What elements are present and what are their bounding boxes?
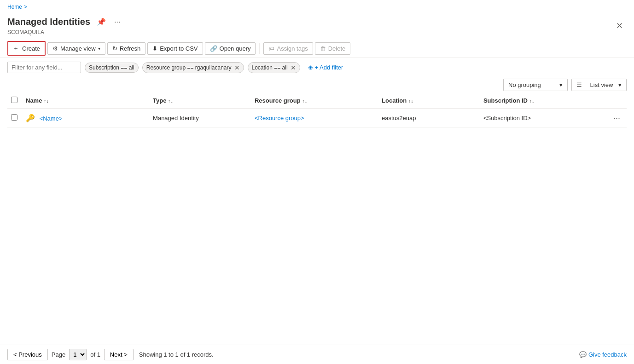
grouping-dropdown[interactable]: No grouping ▾ [503,79,568,91]
add-filter-button[interactable]: ⊕ + Add filter [304,62,348,73]
create-button[interactable]: ＋ Create [7,41,46,56]
row-more-actions[interactable]: ··· [611,112,623,124]
add-filter-label: + Add filter [315,64,343,71]
subscription-col-header: Subscription ID [483,97,528,104]
view-controls: No grouping ▾ ☰ List view ▾ [0,77,634,93]
row-location: eastus2euap [382,115,416,121]
view-dropdown[interactable]: ☰ List view ▾ [571,79,627,91]
export-csv-label: Export to CSV [160,45,198,52]
page-title: Managed Identities [7,17,90,27]
rg-sort-icon[interactable]: ↑↓ [302,98,307,104]
add-filter-icon: ⊕ [308,64,313,71]
manage-view-label: Manage view [60,45,96,52]
pin-icon: 📌 [97,17,106,26]
manage-view-icon: ⚙ [52,45,58,52]
open-query-button[interactable]: 🔗 Open query [205,42,256,55]
refresh-icon: ↻ [112,45,117,52]
filter-input[interactable] [7,62,81,73]
resource-group-filter-tag: Resource group == rgaquilacanary ✕ [142,62,244,73]
page-header: Managed Identities 📌 ··· SCOMAQUILA ✕ [0,14,634,39]
delete-label: Delete [328,45,346,52]
feedback-label: Give feedback [588,351,627,358]
chevron-down-icon: ▾ [98,46,100,51]
more-options-button[interactable]: ··· [112,16,122,28]
export-icon: ⬇ [152,45,157,52]
resources-table: Name ↑↓ Type ↑↓ Resource group ↑↓ Locati… [7,93,627,128]
breadcrumb-separator: > [24,4,27,10]
view-chevron-icon: ▾ [618,81,622,88]
page-select[interactable]: 1 [69,349,87,360]
table-row: 🔑 <Name> Managed Identity <Resource grou… [7,109,627,128]
assign-tags-icon: 🏷 [268,45,274,52]
location-col-header: Location [382,97,407,104]
row-subscription-id: <Subscription ID> [483,115,531,121]
delete-button[interactable]: 🗑 Delete [315,42,351,55]
row-identity-icon: 🔑 [26,114,35,122]
showing-info: Showing 1 to 1 of 1 records. [139,351,214,358]
resource-group-remove-icon[interactable]: ✕ [234,64,240,71]
manage-view-button[interactable]: ⚙ Manage view ▾ [47,42,105,55]
toolbar: ＋ Create ⚙ Manage view ▾ ↻ Refresh ⬇ Exp… [0,39,634,58]
grouping-chevron-icon: ▾ [559,81,563,88]
row-checkbox[interactable] [11,114,17,121]
breadcrumb-home[interactable]: Home [7,4,22,10]
table-container: Name ↑↓ Type ↑↓ Resource group ↑↓ Locati… [0,93,634,128]
breadcrumb: Home > [0,0,634,14]
feedback-button[interactable]: 💬 Give feedback [579,351,627,358]
refresh-button[interactable]: ↻ Refresh [107,42,146,55]
create-label: Create [22,45,40,52]
subscription-filter-label: Subscription == all [89,64,134,71]
feedback-icon: 💬 [579,351,587,358]
view-list-icon: ☰ [576,81,582,88]
ellipsis-icon: ··· [114,18,120,26]
export-csv-button[interactable]: ⬇ Export to CSV [147,42,203,55]
pagination-footer: < Previous Page 1 of 1 Next > Showing 1 … [0,345,634,364]
type-col-header: Type [153,97,166,104]
close-button[interactable]: ✕ [612,19,627,33]
subscription-sort-icon[interactable]: ↑↓ [529,98,535,104]
type-sort-icon[interactable]: ↑↓ [168,98,173,104]
delete-icon: 🗑 [320,45,326,52]
location-filter-label: Location == all [252,64,288,71]
grouping-label: No grouping [508,81,541,88]
subscription-filter-tag: Subscription == all [85,63,139,73]
page-subtitle: SCOMAQUILA [7,29,122,35]
row-type: Managed Identity [153,115,199,121]
assign-tags-button[interactable]: 🏷 Assign tags [263,42,313,55]
assign-tags-label: Assign tags [277,45,308,52]
resource-group-filter-label: Resource group == rgaquilacanary [146,64,232,71]
location-sort-icon[interactable]: ↑↓ [408,98,413,104]
toolbar-separator [259,43,260,54]
location-filter-tag: Location == all ✕ [248,62,300,73]
open-query-label: Open query [220,45,251,52]
page-label: Page [52,351,65,358]
rg-col-header: Resource group [255,97,301,104]
open-query-icon: 🔗 [210,45,217,52]
row-resource-group[interactable]: <Resource group> [255,115,304,121]
location-remove-icon[interactable]: ✕ [291,64,296,71]
row-name[interactable]: <Name> [40,115,63,122]
name-col-header: Name [26,97,42,104]
refresh-label: Refresh [120,45,141,52]
name-sort-icon[interactable]: ↑↓ [44,98,49,104]
create-icon: ＋ [13,44,19,52]
filter-bar: Subscription == all Resource group == rg… [0,58,634,77]
of-label: of 1 [90,351,100,358]
next-button[interactable]: Next > [104,349,134,360]
pin-button[interactable]: 📌 [95,16,108,28]
previous-button[interactable]: < Previous [7,349,48,360]
view-label: List view [587,81,616,88]
select-all-checkbox[interactable] [11,97,17,103]
